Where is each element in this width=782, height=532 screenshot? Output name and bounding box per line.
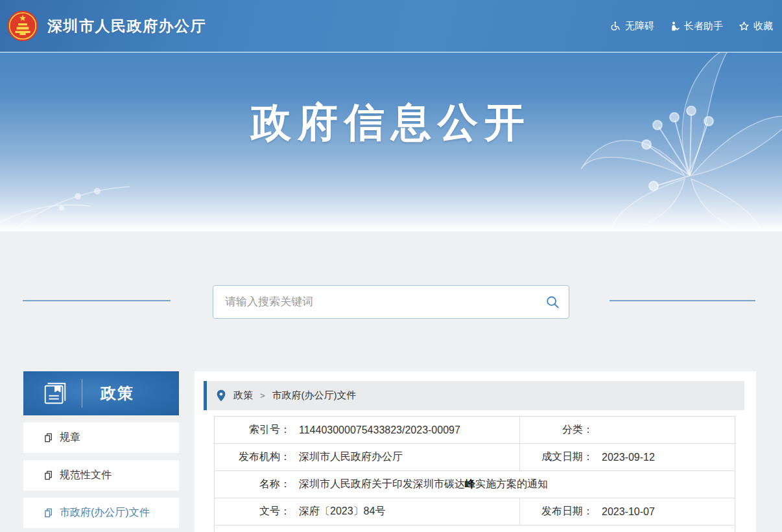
table-row-index: 索引号： 114403000075433823/2023-00097 分类： bbox=[215, 417, 735, 444]
index-number-value: 114403000075433823/2023-00097 bbox=[299, 424, 460, 436]
publish-date-label: 发布日期： bbox=[520, 505, 593, 518]
sidebar-item-label: 市政府(办公厅)文件 bbox=[60, 506, 150, 520]
sidebar: 政策 规章 规范性文件 市政府(办公厅)文件 bbox=[23, 371, 179, 528]
search-box bbox=[213, 285, 569, 319]
doc-number-value: 深府〔2023〕84号 bbox=[299, 505, 385, 518]
document-icon bbox=[44, 508, 54, 518]
topbar: 深圳市人民政府办公厅 无障碍 长者助手 收藏 bbox=[0, 0, 782, 52]
accessibility-link[interactable]: 无障碍 bbox=[610, 20, 654, 32]
accessibility-label: 无障碍 bbox=[625, 20, 654, 32]
flower-sprig-decoration bbox=[0, 151, 169, 231]
breadcrumb-accent-bar bbox=[204, 381, 207, 410]
favorite-label: 收藏 bbox=[753, 20, 773, 32]
left-decorative-line bbox=[23, 300, 171, 301]
national-emblem-icon bbox=[6, 10, 39, 42]
breadcrumb-separator: > bbox=[260, 391, 265, 400]
location-pin-icon bbox=[216, 389, 226, 402]
written-date-label: 成文日期： bbox=[520, 450, 593, 464]
document-icon bbox=[44, 433, 54, 443]
page-title: 政府信息公开 bbox=[0, 95, 782, 150]
category-label: 分类： bbox=[520, 423, 593, 437]
issuing-agency-value: 深圳市人民政府办公厅 bbox=[299, 450, 403, 464]
search-button[interactable] bbox=[545, 295, 560, 309]
publish-date-value: 2023-10-07 bbox=[602, 506, 655, 518]
table-row-agency: 发布机构： 深圳市人民政府办公厅 成文日期： 2023-09-12 bbox=[215, 444, 735, 471]
document-detail-card: 政策 > 市政府(办公厅)文件 索引号： 114403000075433823/… bbox=[195, 371, 756, 532]
document-name-label: 名称： bbox=[215, 478, 290, 491]
elder-assistant-link[interactable]: 长者助手 bbox=[670, 20, 723, 32]
site-title[interactable]: 深圳市人民政府办公厅 bbox=[47, 16, 206, 36]
written-date-value: 2023-09-12 bbox=[602, 452, 655, 463]
sidebar-item-label: 规范性文件 bbox=[60, 468, 112, 482]
breadcrumb-current[interactable]: 市政府(办公厅)文件 bbox=[272, 389, 357, 402]
policy-book-icon bbox=[41, 380, 69, 407]
document-meta-table: 索引号： 114403000075433823/2023-00097 分类： 发… bbox=[214, 416, 735, 532]
table-row-doc-number: 文号： 深府〔2023〕84号 发布日期： 2023-10-07 bbox=[215, 498, 735, 526]
banner: 政府信息公开 bbox=[0, 52, 782, 231]
favorite-link[interactable]: 收藏 bbox=[739, 20, 773, 32]
topbar-links: 无障碍 长者助手 收藏 bbox=[610, 0, 773, 52]
sidebar-header-divider bbox=[82, 379, 82, 408]
doc-number-label: 文号： bbox=[215, 505, 290, 518]
index-number-label: 索引号： bbox=[215, 423, 290, 437]
table-row-name: 名称： 深圳市人民政府关于印发深圳市碳达峰实施方案的通知 bbox=[215, 471, 735, 498]
right-decorative-line bbox=[610, 300, 755, 301]
breadcrumb: 政策 > 市政府(办公厅)文件 bbox=[204, 381, 744, 410]
document-name-value: 深圳市人民政府关于印发深圳市碳达峰实施方案的通知 bbox=[299, 478, 548, 491]
issuing-agency-label: 发布机构： bbox=[215, 450, 290, 464]
search-input[interactable] bbox=[213, 295, 545, 308]
sidebar-header: 政策 bbox=[23, 371, 179, 415]
table-row-partial bbox=[215, 526, 735, 532]
search-icon bbox=[545, 295, 560, 309]
wheelchair-icon bbox=[610, 21, 621, 32]
sidebar-item-label: 规章 bbox=[60, 431, 80, 445]
sidebar-item-regulations[interactable]: 规章 bbox=[23, 422, 179, 453]
elder-assistant-label: 长者助手 bbox=[684, 20, 723, 32]
breadcrumb-root[interactable]: 政策 bbox=[233, 389, 253, 402]
highlighted-keyword: 峰 bbox=[465, 478, 475, 489]
sidebar-item-municipal-government-documents[interactable]: 市政府(办公厅)文件 bbox=[23, 498, 179, 528]
sidebar-title: 政策 bbox=[101, 383, 134, 404]
document-icon bbox=[44, 470, 54, 480]
star-icon bbox=[739, 21, 750, 32]
sidebar-item-normative-documents[interactable]: 规范性文件 bbox=[23, 460, 179, 491]
elder-person-icon bbox=[670, 21, 680, 32]
